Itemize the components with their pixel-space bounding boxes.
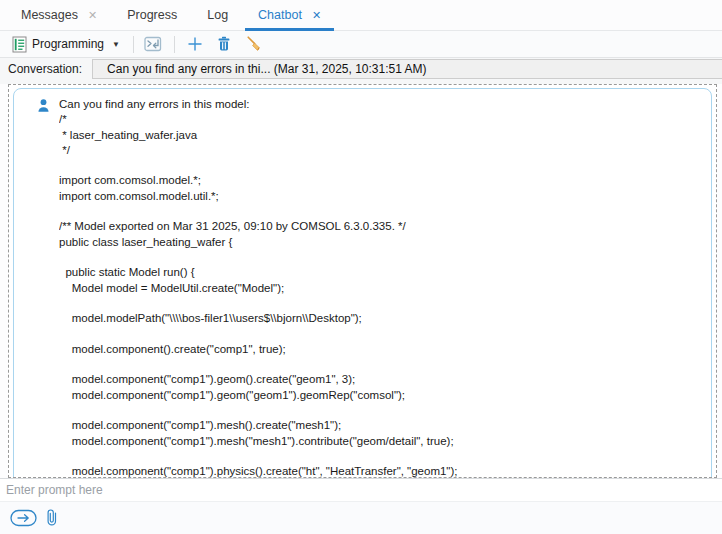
send-arrow-icon bbox=[10, 509, 37, 527]
delete-conversation-button[interactable] bbox=[213, 33, 235, 55]
tab-log[interactable]: Log bbox=[192, 0, 243, 30]
prompt-input[interactable] bbox=[0, 479, 722, 501]
close-icon[interactable]: ✕ bbox=[312, 10, 321, 21]
chatbot-toolbar: Programming ▼ bbox=[0, 31, 722, 58]
user-message-text: Can you find any errors in this model: /… bbox=[59, 97, 457, 478]
toolbar-separator bbox=[174, 36, 175, 53]
console-return-arrow-icon bbox=[144, 36, 163, 53]
prompt-action-bar bbox=[0, 501, 722, 534]
clear-conversation-button[interactable] bbox=[242, 33, 264, 55]
broom-icon bbox=[245, 36, 261, 52]
chevron-down-icon: ▼ bbox=[112, 40, 120, 49]
run-code-in-editor-button[interactable] bbox=[143, 33, 165, 55]
code-document-icon bbox=[12, 36, 27, 53]
conversation-select[interactable]: Can you find any errors in thi... (Mar 3… bbox=[92, 59, 722, 79]
conversation-row: Conversation: Can you find any errors in… bbox=[0, 58, 722, 84]
tab-chatbot-label: Chatbot bbox=[258, 8, 302, 22]
user-avatar-icon bbox=[36, 98, 51, 113]
tab-messages[interactable]: Messages ✕ bbox=[6, 0, 112, 30]
plus-icon bbox=[187, 36, 203, 52]
tab-log-label: Log bbox=[207, 8, 228, 22]
chatbot-panel: Messages ✕ Progress Log Chatbot ✕ bbox=[0, 0, 722, 534]
tab-bar: Messages ✕ Progress Log Chatbot ✕ bbox=[0, 0, 722, 31]
tab-messages-label: Messages bbox=[21, 8, 78, 22]
close-icon[interactable]: ✕ bbox=[88, 10, 97, 21]
prompt-row bbox=[0, 478, 722, 501]
send-prompt-button[interactable] bbox=[10, 509, 37, 527]
chat-history-panel[interactable]: Can you find any errors in this model: /… bbox=[8, 84, 717, 478]
tab-progress[interactable]: Progress bbox=[112, 0, 192, 30]
tab-chatbot[interactable]: Chatbot ✕ bbox=[243, 0, 336, 30]
programming-mode-label: Programming bbox=[32, 37, 104, 51]
paperclip-icon bbox=[45, 508, 59, 528]
user-message-bubble: Can you find any errors in this model: /… bbox=[13, 88, 712, 478]
toolbar-separator bbox=[133, 36, 134, 53]
programming-mode-dropdown[interactable]: Programming ▼ bbox=[8, 34, 124, 55]
trash-icon bbox=[216, 36, 232, 52]
tab-progress-label: Progress bbox=[127, 8, 177, 22]
attach-file-button[interactable] bbox=[45, 508, 59, 528]
conversation-selected-value: Can you find any errors in thi... (Mar 3… bbox=[107, 62, 427, 76]
new-conversation-button[interactable] bbox=[184, 33, 206, 55]
conversation-label: Conversation: bbox=[8, 62, 82, 76]
